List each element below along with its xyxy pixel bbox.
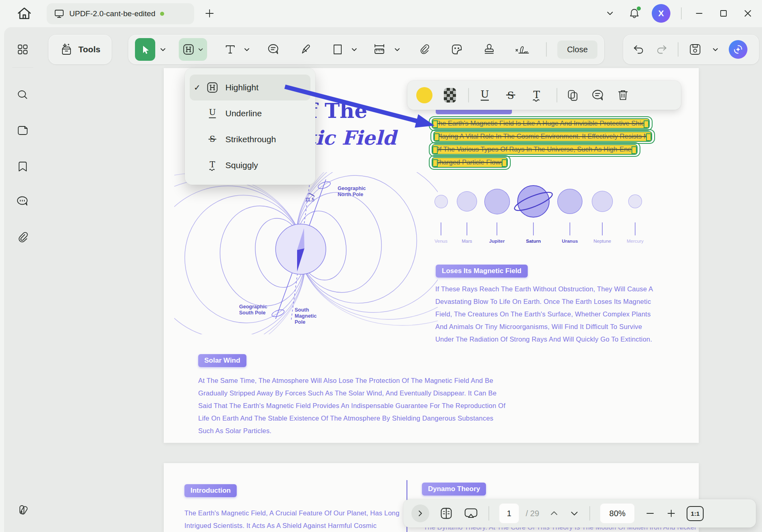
strikethrough-style-button[interactable]: S xyxy=(503,88,518,103)
save-icon xyxy=(688,43,702,56)
sticker-tool-button[interactable] xyxy=(447,38,467,61)
svg-text:U: U xyxy=(209,107,216,117)
delete-annotation-button[interactable] xyxy=(616,88,630,103)
squiggly-style-button[interactable]: T xyxy=(529,88,544,103)
book-view-icon xyxy=(439,506,454,521)
highlight-icon xyxy=(182,43,195,56)
close-window-button[interactable] xyxy=(741,6,755,20)
sidebar-item-thumbnails[interactable] xyxy=(11,37,35,62)
chevron-down-icon xyxy=(569,508,580,519)
saturn-with-ring-icon xyxy=(512,184,554,218)
sidebar-divider xyxy=(12,67,33,68)
pen-icon xyxy=(300,43,313,56)
chevron-down-icon xyxy=(351,46,358,53)
chevron-up-icon xyxy=(549,508,559,519)
squiggly-icon: T xyxy=(206,159,219,172)
presentation-button[interactable] xyxy=(463,506,479,521)
minimize-icon xyxy=(694,8,704,19)
sidebar-item-comments[interactable] xyxy=(11,189,35,214)
menu-item-squiggly[interactable]: T Squiggly xyxy=(190,152,310,178)
document-tab[interactable]: UPDF-2.0-cant-be-edited xyxy=(47,3,194,24)
planet-uranus: Uranus xyxy=(553,184,587,244)
chevron-down-icon xyxy=(394,46,401,53)
underline-icon: U xyxy=(477,88,492,103)
close-annotate-button[interactable]: Close xyxy=(557,41,597,59)
new-tab-button[interactable] xyxy=(203,7,216,19)
previous-page-button[interactable] xyxy=(549,508,559,519)
underline-icon: U xyxy=(206,107,219,120)
sidebar-item-search[interactable] xyxy=(11,83,35,107)
monitor-icon xyxy=(54,9,64,19)
select-tool-button[interactable] xyxy=(135,38,155,61)
attach-tool-button[interactable] xyxy=(414,38,434,61)
minimize-button[interactable] xyxy=(692,6,706,20)
collapse-toolbar-button[interactable] xyxy=(603,6,617,20)
sidebar-item-attachments[interactable] xyxy=(11,225,35,250)
zoom-in-button[interactable] xyxy=(666,508,677,519)
zoom-level[interactable]: 80% xyxy=(600,503,635,523)
tools-icon xyxy=(60,43,73,56)
sidebar-item-pages[interactable] xyxy=(11,118,35,143)
chevron-down-icon xyxy=(243,46,250,53)
copy-annotation-button[interactable] xyxy=(565,88,580,103)
highlight-annotation-line[interactable]: Of The Various Types Of Rays In The Univ… xyxy=(429,142,640,157)
page-layout-button[interactable] xyxy=(439,506,454,521)
magnetic-field-diagram xyxy=(174,172,438,334)
comment-icon xyxy=(591,88,605,103)
text-tool-dropdown[interactable] xyxy=(243,46,250,53)
stamp-tool-button[interactable] xyxy=(479,38,499,61)
home-button[interactable] xyxy=(15,5,33,23)
highlight-annotation-line[interactable]: Charged Particle Flows. xyxy=(429,155,511,170)
notifications-button[interactable] xyxy=(627,6,641,20)
opacity-checker-button[interactable] xyxy=(444,88,456,103)
text-tool-button[interactable] xyxy=(221,38,239,61)
text-icon xyxy=(224,43,237,56)
maximize-button[interactable] xyxy=(717,6,730,20)
color-swatch-button[interactable] xyxy=(416,87,432,103)
zoom-out-button[interactable] xyxy=(644,508,656,519)
planet-neptune: Neptune xyxy=(585,184,619,244)
avatar[interactable]: X xyxy=(652,4,670,23)
chevron-right-icon xyxy=(416,509,424,517)
redo-button[interactable] xyxy=(655,43,668,56)
page-navigation-bar: / 29 80% 1:1 xyxy=(403,499,756,528)
comment-icon xyxy=(267,43,280,56)
pen-tool-button[interactable] xyxy=(296,38,316,61)
tools-label: Tools xyxy=(78,45,100,54)
signature-tool-button[interactable] xyxy=(510,38,535,61)
highlight-annotation-line[interactable]: The Earth's Magnetic Field Is Like A Hug… xyxy=(429,116,653,131)
menu-item-highlight[interactable]: ✓ Highlight xyxy=(190,75,310,100)
highlight-tool-button[interactable] xyxy=(179,38,207,61)
expand-footer-button[interactable] xyxy=(411,504,429,522)
underline-style-button[interactable]: U xyxy=(477,88,492,103)
measure-tool-button[interactable] xyxy=(369,38,390,61)
save-dropdown[interactable] xyxy=(712,46,719,53)
divider xyxy=(557,88,557,103)
strikethrough-icon: S xyxy=(503,88,518,103)
shape-tool-dropdown[interactable] xyxy=(351,46,358,53)
sidebar-item-swatches[interactable] xyxy=(11,497,35,521)
next-page-button[interactable] xyxy=(569,508,580,519)
highlight-annotation-line[interactable]: Playing A Vital Role In The Cosmic Envir… xyxy=(430,129,655,144)
measure-tool-dropdown[interactable] xyxy=(394,46,401,53)
ai-assistant-button[interactable] xyxy=(729,40,747,59)
comment-tool-button[interactable] xyxy=(263,38,284,61)
sidebar-item-bookmarks[interactable] xyxy=(11,154,35,179)
undo-button[interactable] xyxy=(632,43,645,56)
shape-tool-button[interactable] xyxy=(328,38,347,61)
actual-size-button[interactable]: 1:1 xyxy=(687,506,704,521)
minus-icon xyxy=(644,508,656,519)
tools-button[interactable]: Tools xyxy=(49,35,111,64)
history-save-toolbar xyxy=(623,35,759,64)
highlight-style-menu: ✓ Highlight U Underline S Strikethrough … xyxy=(185,68,315,185)
menu-item-underline[interactable]: U Underline xyxy=(190,100,310,126)
planet-mercury: Mercury xyxy=(618,184,652,244)
notification-dot xyxy=(637,6,641,11)
select-tool-dropdown[interactable] xyxy=(159,46,167,53)
maximize-icon xyxy=(718,8,729,19)
comment-annotation-button[interactable] xyxy=(591,88,605,103)
menu-item-strikethrough[interactable]: S Strikethrough xyxy=(190,126,310,152)
strikethrough-icon: S xyxy=(206,133,219,146)
save-button[interactable] xyxy=(688,43,702,56)
page-number-input[interactable] xyxy=(499,503,519,523)
